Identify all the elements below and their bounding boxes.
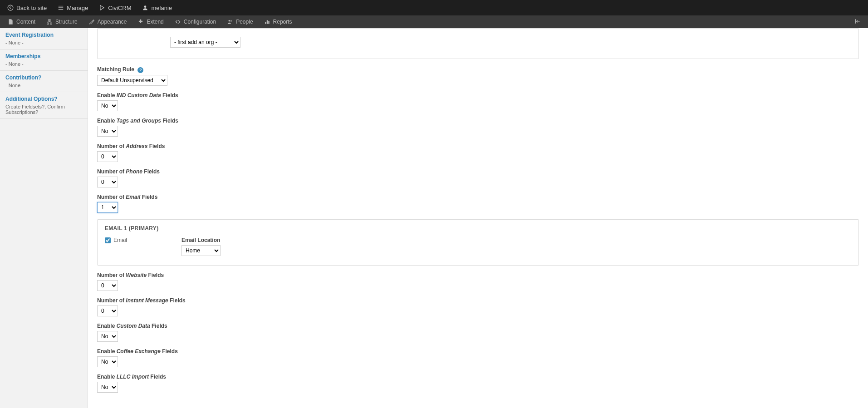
num-address-label: Number of Address Fields <box>97 143 859 149</box>
civicrm-icon <box>99 5 105 11</box>
manage-menu[interactable]: Manage <box>52 0 93 15</box>
back-arrow-icon <box>7 5 14 11</box>
menu-reports-label: Reports <box>273 19 292 25</box>
svg-rect-11 <box>266 20 267 24</box>
enable-ind-select[interactable]: No <box>97 100 118 111</box>
enable-tags-select[interactable]: No <box>97 126 118 137</box>
svg-point-0 <box>8 5 13 10</box>
org-fieldset: - first add an org - <box>97 28 859 59</box>
email-checkbox-label: Email <box>113 237 127 243</box>
menu-appearance-label: Appearance <box>98 19 127 25</box>
top-toolbar: Back to site Manage CiviCRM melanie <box>0 0 868 15</box>
collapse-icon <box>854 18 861 26</box>
civicrm-label: CiviCRM <box>108 5 131 11</box>
back-to-site-label: Back to site <box>16 5 47 11</box>
svg-rect-3 <box>59 9 64 10</box>
sidebar-memberships[interactable]: Memberships - None - <box>0 49 88 71</box>
menu-structure-label: Structure <box>55 19 78 25</box>
enable-custom-select[interactable]: No <box>97 331 118 342</box>
sidebar-contribution-title: Contribution? <box>5 74 82 81</box>
admin-menubar: Content Structure Appearance Extend Conf… <box>0 15 868 28</box>
svg-point-9 <box>230 20 232 22</box>
num-phone-label: Number of Phone Fields <box>97 168 859 175</box>
settings-sidebar: Event Registration - None - Memberships … <box>0 28 88 408</box>
sidebar-additional-options-title: Additional Options? <box>5 96 82 102</box>
enable-ind-label: Enable IND Custom Data Fields <box>97 92 859 99</box>
num-im-label: Number of Instant Message Fields <box>97 297 859 304</box>
email-1-fieldset: EMAIL 1 (PRIMARY) Email Email Location H… <box>97 219 859 266</box>
enable-coffee-select[interactable]: No <box>97 356 118 367</box>
sidebar-event-registration[interactable]: Event Registration - None - <box>0 28 88 49</box>
menu-people-label: People <box>236 19 253 25</box>
configuration-icon <box>175 19 181 25</box>
enable-lllc-label: Enable LLLC Import Fields <box>97 374 859 380</box>
sidebar-contribution[interactable]: Contribution? - None - <box>0 71 88 92</box>
email-1-title: EMAIL 1 (PRIMARY) <box>105 225 851 232</box>
reports-icon <box>264 19 270 25</box>
menu-content-label: Content <box>16 19 35 25</box>
svg-rect-6 <box>47 23 49 24</box>
sidebar-event-registration-title: Event Registration <box>5 32 82 38</box>
matching-rule-label: Matching Rule ? <box>97 66 859 73</box>
content-icon <box>7 19 14 25</box>
extend-icon <box>137 19 144 25</box>
svg-rect-7 <box>50 23 52 24</box>
sidebar-memberships-value: - None - <box>5 61 82 67</box>
num-email-label: Number of Email Fields <box>97 194 859 200</box>
num-email-select[interactable]: 1 <box>97 202 118 213</box>
menu-structure[interactable]: Structure <box>41 15 83 28</box>
email-location-select[interactable]: Home <box>181 245 221 256</box>
menu-people[interactable]: People <box>221 15 258 28</box>
enable-tags-label: Enable Tags and Groups Fields <box>97 118 859 124</box>
menu-extend[interactable]: Extend <box>132 15 169 28</box>
svg-rect-12 <box>268 21 269 24</box>
user-label: melanie <box>151 5 172 11</box>
svg-rect-10 <box>265 22 266 24</box>
svg-rect-2 <box>59 7 64 8</box>
sidebar-memberships-title: Memberships <box>5 53 82 59</box>
email-checkbox[interactable] <box>105 237 111 243</box>
appearance-icon <box>88 19 95 25</box>
email-location-label: Email Location <box>181 237 221 243</box>
sidebar-event-registration-value: - None - <box>5 40 82 45</box>
matching-rule-select[interactable]: Default Unsupervised <box>97 75 167 86</box>
num-address-select[interactable]: 0 <box>97 151 118 162</box>
num-website-select[interactable]: 0 <box>97 280 118 291</box>
main-form: - first add an org - Matching Rule ? Def… <box>88 28 868 408</box>
num-im-select[interactable]: 0 <box>97 306 118 316</box>
user-icon <box>142 5 148 11</box>
menu-extend-label: Extend <box>147 19 163 25</box>
sidebar-contribution-value: - None - <box>5 83 82 88</box>
help-icon[interactable]: ? <box>137 67 143 73</box>
civicrm-link[interactable]: CiviCRM <box>93 0 137 15</box>
user-menu[interactable]: melanie <box>137 0 177 15</box>
menu-content[interactable]: Content <box>2 15 41 28</box>
structure-icon <box>46 19 53 25</box>
svg-rect-1 <box>59 6 64 6</box>
svg-point-8 <box>229 20 230 22</box>
back-to-site-link[interactable]: Back to site <box>2 0 52 15</box>
menu-appearance[interactable]: Appearance <box>83 15 132 28</box>
enable-coffee-label: Enable Coffee Exchange Fields <box>97 348 859 355</box>
enable-custom-label: Enable Custom Data Fields <box>97 323 859 329</box>
sidebar-additional-options[interactable]: Additional Options? Create Fieldsets?, C… <box>0 92 88 119</box>
manage-label: Manage <box>67 5 88 11</box>
people-icon <box>227 19 233 25</box>
svg-point-4 <box>144 5 147 8</box>
menu-configuration-label: Configuration <box>184 19 216 25</box>
num-website-label: Number of Website Fields <box>97 272 859 278</box>
hamburger-icon <box>58 5 64 11</box>
enable-lllc-select[interactable]: No <box>97 382 118 393</box>
org-select[interactable]: - first add an org - <box>170 37 240 48</box>
svg-rect-5 <box>49 20 50 21</box>
sidebar-additional-options-value: Create Fieldsets?, Confirm Subscriptions… <box>5 104 82 115</box>
menu-configuration[interactable]: Configuration <box>169 15 221 28</box>
menu-reports[interactable]: Reports <box>259 15 298 28</box>
num-phone-select[interactable]: 0 <box>97 177 118 187</box>
menu-collapse[interactable] <box>849 15 866 28</box>
